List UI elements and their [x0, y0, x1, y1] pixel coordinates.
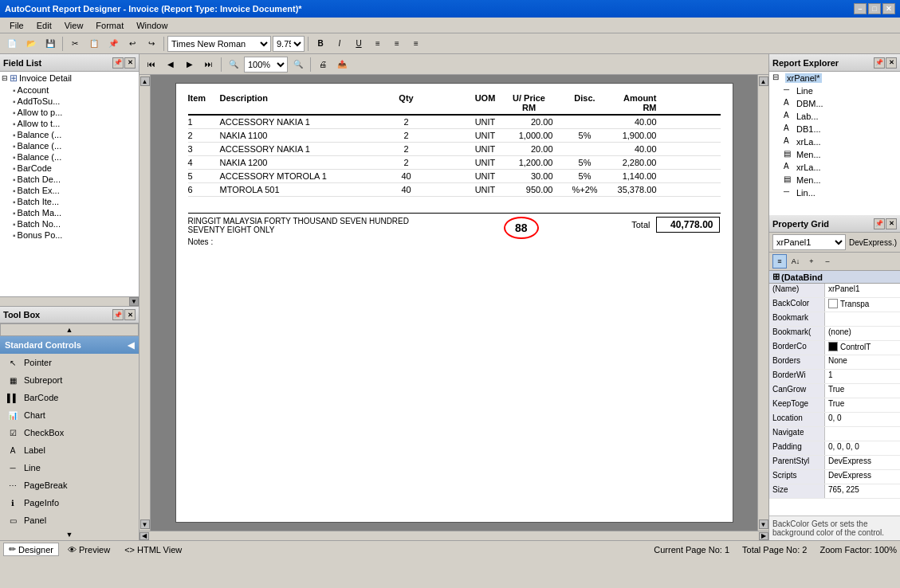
new-button[interactable]: 📄	[3, 35, 21, 53]
tab-designer[interactable]: ✏ Designer	[3, 543, 59, 556]
report-zoom-in[interactable]: 🔍	[289, 56, 307, 73]
explorer-item[interactable]: A Lab...	[769, 110, 900, 123]
prop-collapse-btn[interactable]: –	[820, 254, 835, 269]
copy-button[interactable]: 📋	[85, 35, 103, 53]
cut-button[interactable]: ✂	[66, 35, 84, 53]
toolbox-checkbox[interactable]: ☑ CheckBox	[0, 424, 139, 441]
toolbox-label[interactable]: A Label	[0, 441, 139, 459]
toolbox-pageinfo[interactable]: ℹ PageInfo	[0, 494, 139, 512]
undo-button[interactable]: ↩	[124, 35, 141, 53]
field-list-item[interactable]: ▪ Batch Ite...	[0, 196, 139, 207]
prop-value[interactable]: xrPanel1	[825, 284, 900, 297]
property-grid-close[interactable]: ✕	[886, 218, 897, 229]
prop-value[interactable]: (none)	[825, 327, 900, 340]
backcolor-swatch[interactable]	[828, 299, 838, 308]
field-list-item[interactable]: ▪ Batch De...	[0, 174, 139, 185]
explorer-pin[interactable]: 📌	[874, 57, 885, 69]
prop-value[interactable]: 0, 0, 0, 0	[825, 441, 900, 455]
standard-controls-section[interactable]: Standard Controls ◀	[0, 336, 139, 354]
field-list-item[interactable]: ▪ BarCode	[0, 163, 139, 174]
menu-view[interactable]: View	[58, 19, 90, 32]
font-size-selector[interactable]: 9.75	[273, 36, 305, 52]
toolbox-scroll-down[interactable]: ▼	[0, 529, 139, 540]
explorer-item[interactable]: ─ Lin...	[769, 186, 900, 199]
tab-html-view[interactable]: <> HTML View	[119, 543, 187, 556]
prop-value[interactable]	[825, 312, 900, 326]
field-list-item[interactable]: ▪ Balance (...	[0, 151, 139, 163]
prop-alpha-btn[interactable]: A↓	[788, 254, 803, 269]
align-left-button[interactable]: ≡	[369, 35, 387, 53]
menu-window[interactable]: Window	[130, 19, 174, 32]
toolbox-pointer[interactable]: ↖ Pointer	[0, 354, 139, 371]
report-prev-button[interactable]: ⏮	[143, 56, 160, 73]
field-list-item[interactable]: ▪ Account	[0, 84, 139, 96]
field-list-item[interactable]: ▪ AddToSu...	[0, 96, 139, 107]
explorer-item[interactable]: A xrLa...	[769, 135, 900, 148]
prop-value[interactable]	[825, 427, 900, 441]
prop-value[interactable]: DevExpress	[825, 456, 900, 469]
align-center-button[interactable]: ≡	[388, 35, 406, 53]
menu-file[interactable]: File	[3, 19, 30, 32]
prop-value[interactable]: 765, 225	[825, 484, 900, 498]
save-button[interactable]: 💾	[41, 35, 59, 53]
prop-value[interactable]: Transpa	[825, 298, 900, 312]
field-list-item[interactable]: ▪ Batch No...	[0, 218, 139, 229]
report-print-button[interactable]: 🖨	[314, 56, 332, 73]
align-right-button[interactable]: ≡	[407, 35, 425, 53]
prop-value[interactable]: True	[825, 384, 900, 398]
field-list-item[interactable]: ▪ Batch Ex...	[0, 185, 139, 196]
prop-value[interactable]: True	[825, 398, 900, 412]
prop-value[interactable]: DevExpress	[825, 470, 900, 484]
property-grid-pin[interactable]: 📌	[874, 218, 885, 229]
vertical-scroll-left[interactable]: ▲ ▼	[140, 75, 151, 531]
field-list-pin[interactable]: 📌	[112, 57, 124, 69]
toolbox-panel[interactable]: ▭ Panel	[0, 512, 139, 529]
field-list-item[interactable]: ▪ Allow to t...	[0, 118, 139, 129]
report-zoom-out[interactable]: 🔍	[225, 56, 242, 73]
redo-button[interactable]: ↪	[143, 35, 160, 53]
report-last-button[interactable]: ⏭	[200, 56, 218, 73]
toolbox-barcode[interactable]: ▌▌ BarCode	[0, 389, 139, 406]
menu-format[interactable]: Format	[89, 19, 130, 32]
explorer-item[interactable]: ⊟ xrPanel*	[769, 72, 900, 84]
field-list-item[interactable]: ▪ Allow to p...	[0, 107, 139, 118]
tool-box-pin[interactable]: 📌	[112, 309, 124, 320]
toolbox-line[interactable]: ─ Line	[0, 459, 139, 476]
explorer-item[interactable]: ─ Line	[769, 84, 900, 97]
font-selector[interactable]: Times New Roman	[167, 36, 271, 52]
field-list-item[interactable]: ▪ Balance (...	[0, 129, 139, 140]
paste-button[interactable]: 📌	[104, 35, 122, 53]
toolbox-chart[interactable]: 📊 Chart	[0, 406, 139, 424]
prop-value[interactable]: 1	[825, 370, 900, 383]
explorer-item[interactable]: A DBM...	[769, 97, 900, 110]
bordercolor-swatch[interactable]	[828, 342, 838, 351]
tool-box-close[interactable]: ✕	[124, 309, 136, 320]
prop-value[interactable]: 0, 0	[825, 413, 900, 426]
field-list-scrollbar[interactable]: ▼	[0, 296, 139, 306]
explorer-item[interactable]: A xrLa...	[769, 161, 900, 174]
report-next-button[interactable]: ▶	[181, 56, 198, 73]
underline-button[interactable]: U	[350, 35, 367, 53]
prop-value[interactable]: None	[825, 355, 900, 369]
tab-preview[interactable]: 👁 Preview	[62, 543, 116, 556]
horizontal-scrollbar[interactable]: ◀ ▶	[140, 531, 768, 540]
maximize-button[interactable]: □	[868, 3, 881, 14]
tool-box-collapse[interactable]: ▲	[0, 323, 139, 336]
italic-button[interactable]: I	[331, 35, 348, 53]
field-list-item[interactable]: ▪ Bonus Po...	[0, 229, 139, 241]
explorer-close[interactable]: ✕	[886, 57, 897, 69]
explorer-item[interactable]: ▤ Men...	[769, 174, 900, 186]
prop-categorized-btn[interactable]: ≡	[772, 254, 787, 269]
open-button[interactable]: 📂	[22, 35, 40, 53]
menu-edit[interactable]: Edit	[30, 19, 58, 32]
vertical-scroll-right[interactable]: ▲ ▼	[757, 75, 768, 531]
field-list-item[interactable]: ▪ Balance (...	[0, 140, 139, 151]
close-button[interactable]: ✕	[882, 3, 895, 14]
bold-button[interactable]: B	[312, 35, 329, 53]
prop-expand-btn[interactable]: +	[804, 254, 819, 269]
explorer-item[interactable]: A DB1...	[769, 123, 900, 135]
prop-value[interactable]: ControlT	[825, 341, 900, 355]
toolbox-subreport[interactable]: ▦ Subreport	[0, 371, 139, 389]
field-list-root-expand[interactable]: ⊟ ⊞ Invoice Detail	[0, 72, 139, 84]
field-list-item[interactable]: ▪ Batch Ma...	[0, 207, 139, 218]
